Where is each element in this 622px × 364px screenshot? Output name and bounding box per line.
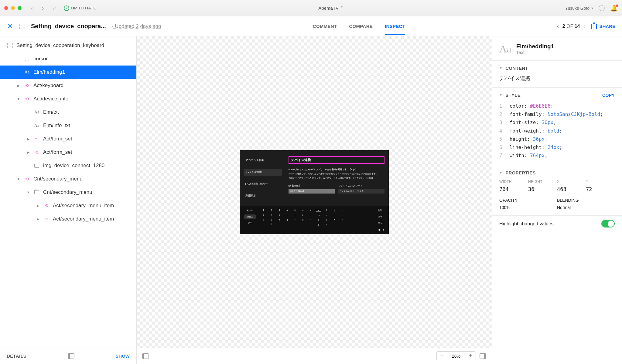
- close-window[interactable]: [4, 6, 8, 10]
- canvas-area[interactable]: アカウント情報デバイス連携FAQ/お問い合わせ利用規約 デバイス連携 Abema…: [137, 36, 492, 348]
- home-icon[interactable]: ⌂: [51, 5, 58, 12]
- tab-compare[interactable]: COMPARE: [349, 24, 373, 35]
- zoom-out-button[interactable]: −: [437, 352, 447, 361]
- tree-item[interactable]: ▼⟲Cnt/secondary_menu: [0, 172, 136, 186]
- symbol-icon: ⟲: [33, 136, 40, 141]
- lifesaver-icon[interactable]: [599, 5, 605, 11]
- tab-comment[interactable]: COMMENT: [313, 24, 337, 35]
- expander-icon[interactable]: ▼: [16, 97, 21, 101]
- tree-item-label: cursor: [33, 56, 48, 62]
- titlebar: ‹ › ⌂ ✓ UP TO DATE AbemaTV ˄˅ Yusuke Got…: [0, 0, 622, 16]
- section-properties-header[interactable]: ▼ PROPERTIES: [499, 170, 615, 175]
- tree-item[interactable]: ▶⟲Act/secondary_menu_item: [0, 199, 136, 212]
- expander-icon[interactable]: ▶: [16, 84, 21, 88]
- prop-width-value[interactable]: 764: [499, 186, 528, 192]
- image-icon: [33, 164, 40, 168]
- copy-style-button[interactable]: COPY: [602, 93, 615, 98]
- preview-desc-1: Abemaプレミアムはモバイルアプリ、PCから登録が可能です。【20px】: [289, 168, 384, 171]
- section-content-header[interactable]: ▼ CONTENT: [499, 66, 615, 71]
- zoom-window[interactable]: [18, 6, 22, 10]
- kb-key: l: [308, 214, 313, 216]
- section-content: ▼ CONTENT デバイス連携: [492, 60, 622, 87]
- artboard-preview[interactable]: アカウント情報デバイス連携FAQ/お問い合わせ利用規約 デバイス連携 Abema…: [240, 150, 389, 234]
- tree-footer: DETAILS SHOW: [0, 348, 136, 364]
- inspector-footer: Highlight changed values: [492, 215, 622, 232]
- tree-item[interactable]: ▶⟲Act/secondary_menu_item: [0, 212, 136, 226]
- section-properties-label: PROPERTIES: [505, 170, 536, 175]
- expander-icon[interactable]: ▶: [36, 217, 40, 221]
- highlight-changed-toggle[interactable]: [601, 220, 615, 228]
- tree-item[interactable]: ▼⟲Act/device_info: [0, 92, 136, 106]
- nav-back-icon[interactable]: ‹: [29, 5, 35, 12]
- prop-y-value[interactable]: 72: [586, 186, 615, 192]
- kb-key: c: [300, 209, 306, 212]
- right-panel-toggle-icon[interactable]: [480, 353, 486, 359]
- kb-key: i: [284, 214, 290, 216]
- tab-inspect[interactable]: INSPECT: [385, 24, 405, 35]
- tree-item[interactable]: AaElm/txt: [0, 106, 136, 119]
- notifications-icon[interactable]: 🔔: [610, 5, 618, 12]
- prop-blending-value[interactable]: Normal: [557, 205, 615, 210]
- artboard-icon: [19, 24, 25, 29]
- expander-icon[interactable]: ▼: [16, 177, 21, 181]
- inspector-layer-kind: Text: [516, 50, 554, 55]
- left-panel-toggle-icon[interactable]: [142, 353, 149, 359]
- inspector: Aa Elm/hedding1 Text ▼ CONTENT デバイス連携 ▼ …: [492, 36, 622, 364]
- tree-item-label: Setting_device_cooperation_keyboard: [16, 42, 104, 49]
- layer-tree: Setting_device_cooperation_keyboardcurso…: [0, 36, 137, 364]
- zoom-input[interactable]: [447, 352, 465, 361]
- kb-key: 5: [268, 214, 274, 216]
- zoom-in-button[interactable]: +: [465, 352, 476, 361]
- kb-key: [261, 223, 266, 225]
- expander-icon[interactable]: ▼: [26, 190, 30, 194]
- tree-item[interactable]: img_device_connect_1280: [0, 159, 136, 172]
- section-style-header[interactable]: ▼ STYLE COPY: [499, 93, 615, 98]
- user-menu[interactable]: Yusuke Goto ▾: [565, 6, 593, 11]
- tree-item[interactable]: ▶⟲Act/form_set: [0, 146, 136, 159]
- kb-key: a: [284, 209, 290, 212]
- tree-item[interactable]: AaElm/info_txt: [0, 119, 136, 132]
- tree-item-label: Act/form_set: [43, 149, 72, 155]
- tree-item[interactable]: ▶⟲Act/keyboard: [0, 79, 136, 92]
- preview-menu-item: デバイス連携: [244, 169, 282, 176]
- kb-key: 8: [268, 219, 274, 221]
- kb-key: 1: [261, 209, 266, 212]
- nav-forward-icon[interactable]: ›: [40, 5, 46, 12]
- preview-selected-heading[interactable]: デバイス連携: [289, 156, 384, 164]
- minimize-window[interactable]: [11, 6, 15, 10]
- close-document-icon[interactable]: ✕: [7, 22, 13, 31]
- pager-next-icon[interactable]: ›: [583, 23, 585, 29]
- artboard-pager: ‹ 2 OF 14 ›: [557, 23, 586, 29]
- expander-icon[interactable]: ▶: [26, 150, 30, 154]
- content-value[interactable]: デバイス連携: [499, 75, 615, 82]
- kb-mode: あいう: [244, 209, 256, 212]
- css-code[interactable]: 1 color: #E6E6E6;2 font-family: NotoSans…: [499, 102, 615, 160]
- text-icon: Aa: [33, 123, 40, 128]
- prop-height-value[interactable]: 36: [528, 186, 557, 192]
- details-label: DETAILS: [7, 353, 26, 359]
- prop-y-label: Y: [586, 180, 615, 184]
- prop-x-value[interactable]: 468: [557, 186, 586, 192]
- section-style-label: STYLE: [505, 93, 521, 98]
- share-button[interactable]: SHARE: [591, 24, 615, 29]
- pager-prev-icon[interactable]: ‹: [557, 23, 559, 29]
- expander-icon[interactable]: ▶: [36, 204, 40, 208]
- show-details-button[interactable]: SHOW: [115, 353, 130, 359]
- expander-icon[interactable]: ▶: [26, 137, 30, 141]
- preview-side-menu: アカウント情報デバイス連携FAQ/お問い合わせ利用規約: [240, 150, 285, 206]
- tree-root[interactable]: Setting_device_cooperation_keyboard: [0, 39, 136, 52]
- kb-key: w: [332, 219, 337, 221]
- tree-item[interactable]: cursor: [0, 52, 136, 66]
- tree-item[interactable]: ▶⟲Act/form_set: [0, 132, 136, 146]
- prop-opacity-value[interactable]: 100%: [499, 205, 557, 210]
- kb-key: u: [316, 219, 321, 221]
- document-updated[interactable]: · Updated 2 days ago: [112, 23, 161, 29]
- symbol-icon: ⟲: [43, 203, 50, 208]
- tree-item[interactable]: ▼Cnt/secondary_menu: [0, 186, 136, 199]
- kb-mode: abc123: [244, 214, 256, 219]
- panel-toggle-icon[interactable]: [68, 353, 74, 359]
- folder-icon: [33, 190, 40, 194]
- project-switcher[interactable]: AbemaTV ˄˅: [102, 5, 560, 11]
- tree-item[interactable]: AaElm/hedding1: [0, 66, 136, 79]
- kb-key: 7: [261, 219, 266, 221]
